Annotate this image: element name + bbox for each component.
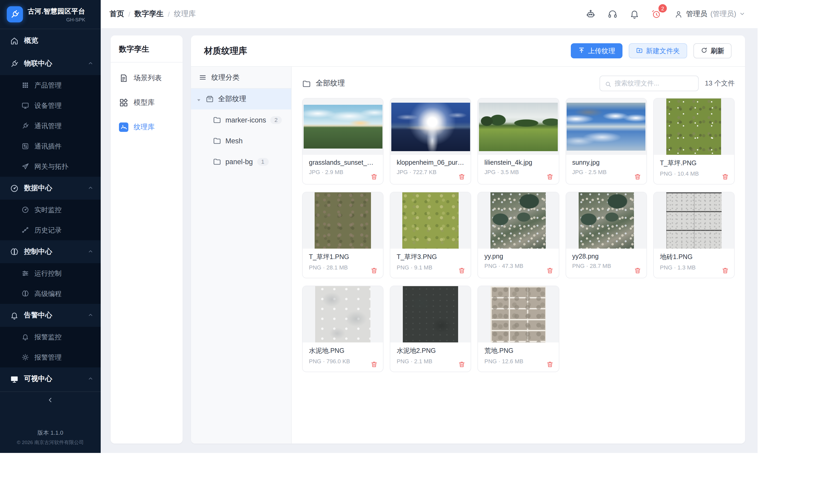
bell-icon[interactable] xyxy=(629,9,640,19)
sidebar-subitem-label: 产品管理 xyxy=(34,80,62,90)
file-card[interactable]: T_草坪1.PNGPNG · 28.1 MB xyxy=(302,192,383,278)
sidebar-item-5[interactable]: 可视中心 xyxy=(0,367,101,390)
sliders-icon xyxy=(21,269,29,277)
file-card[interactable]: lilienstein_4k.jpgJPG · 3.5 MB xyxy=(478,98,559,184)
file-card[interactable]: 水泥地2.PNGPNG · 2.1 MB xyxy=(390,286,471,372)
folder-plus-icon xyxy=(636,47,643,55)
delete-file-button[interactable] xyxy=(634,267,641,274)
delete-file-button[interactable] xyxy=(458,173,466,180)
file-card[interactable]: T_草坪.PNGPNG · 10.4 MB xyxy=(653,98,735,184)
delete-file-button[interactable] xyxy=(371,173,378,180)
file-meta: PNG · 2.1 MB xyxy=(396,358,464,364)
secondary-menu-item-1[interactable]: 模型库 xyxy=(110,90,183,115)
texture-preview-concrete-light xyxy=(315,286,371,342)
alarm-icon[interactable]: 2 xyxy=(651,9,662,19)
texture-preview-grass-yellow xyxy=(403,192,459,249)
file-name: T_草坪1.PNG xyxy=(309,253,377,262)
texture-preview-sunny xyxy=(567,103,646,151)
tree-header: 纹理分类 xyxy=(191,67,291,89)
sidebar-item-2[interactable]: 数据中心 xyxy=(0,177,101,200)
sidebar-subitem-2-0[interactable]: 实时监控 xyxy=(0,200,101,220)
file-thumbnail xyxy=(654,192,734,249)
hamburger-icon xyxy=(199,73,207,81)
file-card[interactable]: 荒地.PNGPNG · 12.6 MB xyxy=(478,286,559,372)
secondary-menu: 场景列表模型库纹理库 xyxy=(110,62,183,139)
grid-icon xyxy=(21,81,29,89)
file-name: sunny.jpg xyxy=(572,159,640,166)
sidebar-nav: 概览物联中心产品管理设备管理通讯管理通讯插件网关与拓扑数据中心实时监控历史记录控… xyxy=(0,29,101,390)
delete-file-button[interactable] xyxy=(458,267,466,274)
file-card[interactable]: kloppenheim_06_puresky_...JPG · 722.7 KB xyxy=(390,98,471,184)
user-menu[interactable]: 管理员 (管理员) xyxy=(674,10,745,19)
texture-preview-satellite xyxy=(491,192,546,249)
content-area: 数字孪生 场景列表模型库纹理库 材质纹理库 上传纹理 新建文件夹 xyxy=(101,28,758,453)
sidebar-subitem-3-0[interactable]: 运行控制 xyxy=(0,263,101,284)
texture-preview-bricks xyxy=(491,286,546,342)
sidebar-subitem-1-4[interactable]: 网关与拓扑 xyxy=(0,156,101,177)
tree-node-0[interactable]: marker-icons2 xyxy=(191,109,291,130)
sidebar-subitem-2-1[interactable]: 历史记录 xyxy=(0,220,101,240)
tree-node-label: marker-icons xyxy=(225,116,266,124)
file-meta: JPG · 2.9 MB xyxy=(309,169,377,175)
delete-file-button[interactable] xyxy=(722,267,729,274)
secondary-menu-item-0[interactable]: 场景列表 xyxy=(110,66,183,90)
sidebar-collapse-button[interactable] xyxy=(0,392,101,410)
file-card[interactable]: 水泥地.PNGPNG · 796.0 KB xyxy=(302,286,383,372)
brand-title: 古河.智慧园区平台 xyxy=(28,6,85,16)
file-card[interactable]: 地砖1.PNGPNG · 1.3 MB xyxy=(653,192,735,278)
sidebar-subitem-1-2[interactable]: 通讯管理 xyxy=(0,116,101,136)
sidebar-subitem-1-1[interactable]: 设备管理 xyxy=(0,95,101,116)
brand-subtitle: GH-SPK xyxy=(66,16,85,22)
delete-file-button[interactable] xyxy=(722,173,729,180)
breadcrumb-item-0[interactable]: 首页 xyxy=(109,10,124,19)
sidebar-item-4[interactable]: 告警中心 xyxy=(0,304,101,327)
delete-file-button[interactable] xyxy=(634,173,641,180)
sidebar-item-label: 数据中心 xyxy=(24,183,52,193)
current-folder-label: 全部纹理 xyxy=(316,79,345,88)
delete-file-button[interactable] xyxy=(458,361,466,368)
folder-icon xyxy=(213,157,221,166)
file-thumbnail xyxy=(390,98,470,155)
file-card[interactable]: sunny.jpgJPG · 2.5 MB xyxy=(565,98,647,184)
robot-icon[interactable] xyxy=(585,9,596,19)
new-folder-button[interactable]: 新建文件夹 xyxy=(629,43,687,58)
tree-node-2[interactable]: panel-bg1 xyxy=(191,151,291,172)
delete-file-button[interactable] xyxy=(371,267,378,274)
sidebar-item-0[interactable]: 概览 xyxy=(0,29,101,52)
folder-tree: 全部纹理marker-icons2Meshpanel-bg1 xyxy=(191,89,291,172)
file-card[interactable]: T_草坪3.PNGPNG · 9.1 MB xyxy=(390,192,471,278)
delete-file-button[interactable] xyxy=(371,361,378,368)
upload-texture-button[interactable]: 上传纹理 xyxy=(571,43,622,58)
file-name: 水泥地2.PNG xyxy=(396,347,464,356)
delete-file-button[interactable] xyxy=(546,267,553,274)
delete-file-button[interactable] xyxy=(546,361,553,368)
sidebar-subitem-4-1[interactable]: 报警管理 xyxy=(0,347,101,367)
sidebar-subitem-1-0[interactable]: 产品管理 xyxy=(0,75,101,95)
sidebar-item-3[interactable]: 控制中心 xyxy=(0,240,101,263)
delete-file-button[interactable] xyxy=(546,173,553,180)
blocks-icon xyxy=(119,98,129,107)
secondary-menu-item-2[interactable]: 纹理库 xyxy=(110,115,183,139)
sidebar-subitem-3-1[interactable]: 高级编程 xyxy=(0,284,101,304)
monitor-icon xyxy=(21,102,29,109)
search-input[interactable] xyxy=(615,80,694,87)
sidebar-item-1[interactable]: 物联中心 xyxy=(0,52,101,75)
tree-node-root[interactable]: 全部纹理 xyxy=(191,89,291,109)
sidebar-subitem-label: 设备管理 xyxy=(34,101,62,110)
file-meta: PNG · 28.7 MB xyxy=(572,263,640,269)
header-actions: 2 管理员 (管理员) xyxy=(585,9,745,19)
refresh-button[interactable]: 刷新 xyxy=(694,43,732,58)
file-info: grasslands_sunset_4k.jpgJPG · 2.9 MB xyxy=(303,155,383,175)
tree-node-1[interactable]: Mesh xyxy=(191,130,291,151)
texture-preview-concrete-dark xyxy=(403,286,458,342)
sidebar-subitem-4-0[interactable]: 报警监控 xyxy=(0,327,101,347)
headset-icon[interactable] xyxy=(607,9,618,19)
file-card[interactable]: yy28.pngPNG · 28.7 MB xyxy=(565,192,647,278)
sidebar-subitem-1-3[interactable]: 通讯插件 xyxy=(0,136,101,156)
file-card[interactable]: yy.pngPNG · 47.3 MB xyxy=(478,192,559,278)
breadcrumb-item-2[interactable]: 纹理库 xyxy=(174,10,196,19)
file-card[interactable]: grasslands_sunset_4k.jpgJPG · 2.9 MB xyxy=(302,98,383,184)
breadcrumb-item-1[interactable]: 数字孪生 xyxy=(134,10,164,19)
toolbar-actions: 上传纹理 新建文件夹 刷新 xyxy=(571,43,732,58)
sidebar-subitem-label: 报警监控 xyxy=(34,332,62,342)
